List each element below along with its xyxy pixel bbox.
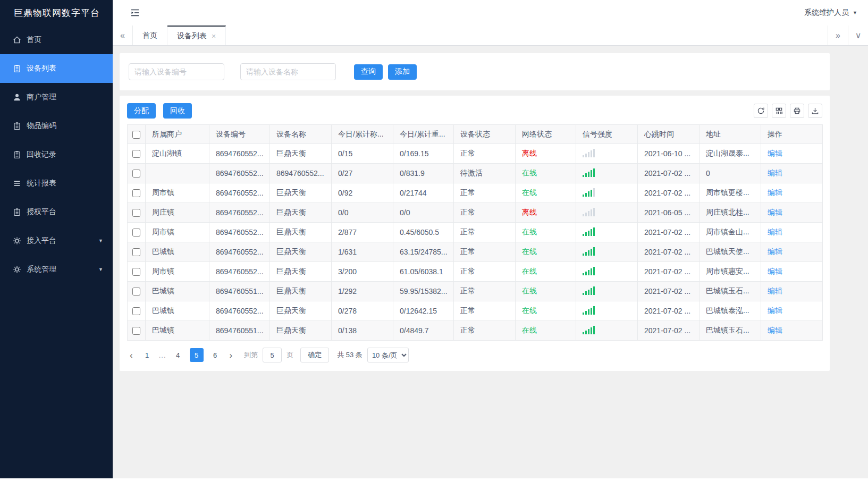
page-number[interactable]: 4 [171, 348, 185, 362]
signal-bar [593, 247, 595, 256]
row-checkbox[interactable] [132, 327, 140, 335]
row-checkbox[interactable] [132, 248, 140, 256]
page-number[interactable]: 5 [190, 348, 204, 362]
tabs-scroll-right-icon[interactable]: » [828, 26, 848, 45]
cell-today-weight: 63.15/24785... [393, 242, 454, 262]
cell-heartbeat: 2021-07-02 ... [638, 242, 700, 262]
export-icon[interactable] [808, 104, 822, 118]
edit-link[interactable]: 编辑 [768, 188, 782, 197]
signal-bar [588, 152, 589, 157]
refresh-icon[interactable] [754, 104, 768, 118]
sidebar-item-recycle-records[interactable]: 回收记录 [0, 140, 113, 169]
signal-bar [591, 170, 592, 177]
page-number[interactable]: 6 [208, 348, 222, 362]
edit-link[interactable]: 编辑 [768, 326, 782, 334]
sidebar: 巨鼎物联网数字平台 首页设备列表商户管理物品编码回收记录统计报表授权平台接入平台… [0, 0, 113, 478]
cell-device-name: 巨鼎天衡 [270, 203, 332, 223]
user-menu[interactable]: 系统维护人员 ▼ [804, 8, 857, 18]
table-body: 淀山湖镇8694760552...巨鼎天衡0/150/169.15正常离线202… [128, 144, 823, 341]
edit-link[interactable]: 编辑 [768, 306, 782, 315]
column-header: 地址 [700, 125, 761, 144]
cell-today-weight: 59.95/15382... [393, 282, 454, 301]
confirm-button[interactable]: 确定 [300, 348, 329, 362]
cell-signal [576, 242, 638, 262]
signal-bar [588, 290, 589, 295]
tabs-menu-icon[interactable]: ∨ [848, 26, 868, 45]
signal-bar [588, 231, 589, 236]
device-name-input[interactable] [240, 63, 336, 80]
cell-today-count: 0/278 [332, 301, 393, 321]
cell-network-status: 在线 [516, 164, 576, 183]
device-number-input[interactable] [129, 63, 224, 80]
row-checkbox[interactable] [132, 150, 140, 158]
row-select-cell [128, 183, 146, 203]
signal-bar [591, 308, 592, 315]
sidebar-item-stats-report[interactable]: 统计报表 [0, 169, 113, 198]
cell-actions: 编辑 [761, 144, 823, 164]
doc-icon [13, 64, 21, 73]
row-checkbox[interactable] [132, 288, 140, 296]
sidebar-item-home[interactable]: 首页 [0, 26, 113, 54]
sidebar-item-access-platform[interactable]: 接入平台▼ [0, 226, 113, 255]
sidebar-collapse-icon[interactable] [129, 6, 141, 19]
cell-device-name: 巨鼎天衡 [270, 144, 332, 164]
signal-bar [593, 208, 595, 216]
edit-link[interactable]: 编辑 [768, 286, 782, 295]
cell-merchant: 巴城镇 [146, 282, 209, 301]
query-button[interactable]: 查询 [354, 64, 383, 80]
signal-bar [585, 291, 587, 295]
signal-bar [591, 150, 592, 157]
cell-device-no: 8694760551... [209, 282, 270, 301]
cell-today-weight: 0/21744 [393, 183, 454, 203]
app-logo: 巨鼎物联网数字平台 [0, 0, 113, 26]
signal-strength-icon [583, 168, 595, 177]
page-size-select[interactable]: 10 条/页 [367, 348, 409, 362]
print-icon[interactable] [790, 104, 804, 118]
signal-bar [593, 306, 595, 315]
cell-device-no: 8694760552... [209, 242, 270, 262]
edit-link[interactable]: 编辑 [768, 247, 782, 256]
edit-link[interactable]: 编辑 [768, 208, 782, 216]
tab-device-list[interactable]: 设备列表× [167, 26, 226, 45]
cell-signal [576, 164, 638, 183]
user-icon [13, 93, 21, 102]
tabs-scroll-left-icon[interactable]: « [113, 26, 133, 45]
tab-close-icon[interactable]: × [212, 32, 216, 40]
add-button[interactable]: 添加 [388, 64, 417, 80]
sidebar-item-merchant-mgmt[interactable]: 商户管理 [0, 83, 113, 112]
sidebar-item-auth-platform[interactable]: 授权平台 [0, 198, 113, 226]
row-checkbox[interactable] [132, 229, 140, 237]
sidebar-item-item-code[interactable]: 物品编码 [0, 112, 113, 140]
select-all-checkbox[interactable] [132, 131, 140, 139]
edit-link[interactable]: 编辑 [768, 227, 782, 236]
tab-home[interactable]: 首页 [133, 26, 167, 45]
row-checkbox[interactable] [132, 189, 140, 197]
cell-device-no: 8694760552... [209, 164, 270, 183]
row-checkbox[interactable] [132, 307, 140, 315]
tabbar: « 首页设备列表× » ∨ [113, 26, 868, 46]
signal-bar [588, 211, 589, 216]
row-checkbox[interactable] [132, 170, 140, 178]
edit-link[interactable]: 编辑 [768, 168, 782, 177]
row-checkbox[interactable] [132, 268, 140, 276]
cell-device-status: 正常 [454, 183, 516, 203]
edit-link[interactable]: 编辑 [768, 149, 782, 157]
total-count-label: 共 53 条 [337, 350, 363, 360]
columns-icon[interactable] [772, 104, 786, 118]
row-checkbox[interactable] [132, 209, 140, 217]
cell-device-status: 待激活 [454, 164, 516, 183]
row-select-cell [128, 301, 146, 321]
sidebar-item-device-list[interactable]: 设备列表 [0, 54, 113, 83]
prev-page-icon[interactable]: ‹ [127, 351, 136, 360]
recycle-button[interactable]: 回收 [163, 103, 192, 119]
sidebar-item-system-mgmt[interactable]: 系统管理▼ [0, 255, 113, 284]
next-page-icon[interactable]: › [227, 351, 235, 360]
signal-bar [591, 288, 592, 295]
page-number[interactable]: 1 [140, 348, 154, 362]
edit-link[interactable]: 编辑 [768, 267, 782, 275]
signal-bar [583, 293, 584, 295]
cell-device-name: 巨鼎天衡 [270, 262, 332, 282]
goto-page-input[interactable] [263, 348, 282, 362]
cell-device-status: 正常 [454, 282, 516, 301]
assign-button[interactable]: 分配 [127, 103, 156, 119]
